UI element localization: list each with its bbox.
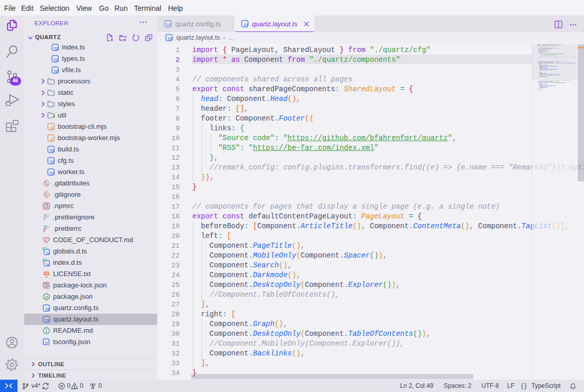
svg-text:TS: TS <box>49 172 54 175</box>
svg-text:JS: JS <box>50 127 54 130</box>
svg-text:TS: TS <box>49 149 54 152</box>
svg-text:TS: TS <box>46 264 49 266</box>
svg-text:JS: JS <box>50 138 54 141</box>
svg-text:TS: TS <box>168 37 172 41</box>
svg-text:TS: TS <box>166 23 171 27</box>
svg-text:TS: TS <box>45 319 49 322</box>
svg-text:JS: JS <box>44 295 48 298</box>
svg-text:TS: TS <box>54 47 58 50</box>
svg-text:TS: TS <box>54 70 58 73</box>
svg-text:TS: TS <box>54 58 58 62</box>
svg-text:TS: TS <box>45 308 49 311</box>
svg-text:TS: TS <box>243 23 248 27</box>
svg-text:TS: TS <box>49 160 54 164</box>
svg-text:TS: TS <box>46 252 49 255</box>
